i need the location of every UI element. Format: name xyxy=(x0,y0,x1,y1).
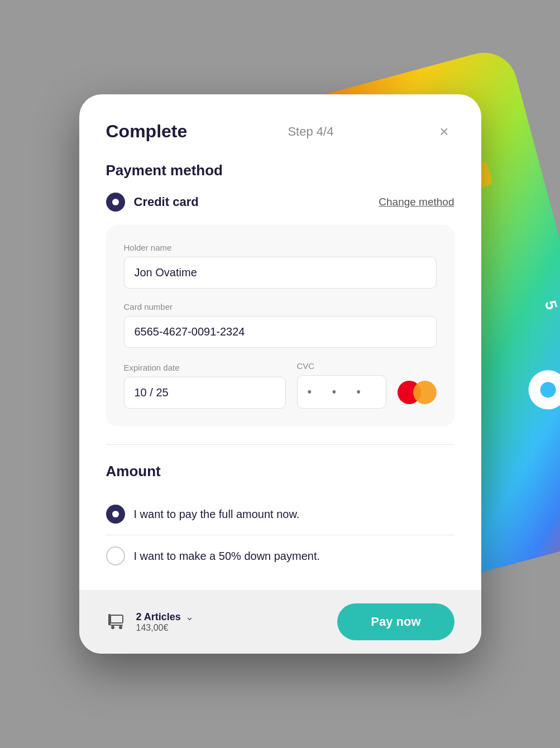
expiry-group: Expiration date xyxy=(124,363,286,409)
cart-details: 2 Articles ⌄ 143,00€ xyxy=(136,611,194,633)
card-number-input[interactable] xyxy=(124,316,437,348)
amount-section-title: Amount xyxy=(106,463,454,480)
down-payment-option[interactable]: I want to make a 50% down payment. xyxy=(106,535,454,577)
card-number-label: Card number xyxy=(124,302,437,311)
full-amount-radio[interactable] xyxy=(106,505,125,524)
section-divider xyxy=(106,444,454,445)
cvc-input[interactable] xyxy=(297,375,386,409)
mc-orange-circle xyxy=(413,381,437,404)
pay-now-button[interactable]: Pay now xyxy=(337,603,454,640)
scene: 5 Complete Step 4/4 × Payment method Cre… xyxy=(0,0,560,748)
payment-section-title: Payment method xyxy=(106,162,454,179)
expiry-label: Expiration date xyxy=(124,363,286,372)
close-button[interactable]: × xyxy=(434,122,454,142)
down-payment-radio[interactable] xyxy=(106,546,125,565)
cart-info: 2 Articles ⌄ 143,00€ xyxy=(106,610,194,635)
svg-point-3 xyxy=(111,626,114,629)
full-amount-label: I want to pay the full amount now. xyxy=(134,508,300,521)
full-amount-option[interactable]: I want to pay the full amount now. xyxy=(106,493,454,535)
svg-point-4 xyxy=(119,626,122,629)
step-indicator: Step 4/4 xyxy=(288,124,333,139)
expiry-input[interactable] xyxy=(124,377,286,409)
modal-footer: 2 Articles ⌄ 143,00€ Pay now xyxy=(79,590,481,654)
mastercard-logo xyxy=(398,381,437,404)
cvc-group: CVC xyxy=(297,361,386,409)
articles-count: 2 Articles xyxy=(136,611,181,623)
card-form: Holder name Card number Expiration date … xyxy=(106,225,454,426)
holder-name-input[interactable] xyxy=(124,257,437,289)
card-number-bg: 5 xyxy=(541,299,560,313)
svg-rect-1 xyxy=(111,615,123,623)
payment-method-row: Credit card Change method xyxy=(106,193,454,212)
change-method-link[interactable]: Change method xyxy=(379,196,454,208)
cart-icon xyxy=(106,610,127,635)
card-number-group: Card number xyxy=(124,302,437,348)
payment-modal: Complete Step 4/4 × Payment method Credi… xyxy=(79,94,481,654)
cart-price: 143,00€ xyxy=(136,623,194,633)
bottom-spacer xyxy=(106,577,454,590)
cvc-label: CVC xyxy=(297,361,386,371)
holder-name-label: Holder name xyxy=(124,243,437,252)
credit-card-radio[interactable] xyxy=(106,193,125,212)
chevron-down-icon[interactable]: ⌄ xyxy=(185,611,194,623)
modal-title: Complete xyxy=(106,121,188,142)
modal-header: Complete Step 4/4 × xyxy=(106,121,454,142)
down-payment-label: I want to make a 50% down payment. xyxy=(134,550,320,563)
expiry-cvc-row: Expiration date CVC xyxy=(124,361,437,409)
payment-method-left: Credit card xyxy=(106,193,199,212)
holder-name-group: Holder name xyxy=(124,243,437,289)
credit-card-label: Credit card xyxy=(134,195,199,209)
